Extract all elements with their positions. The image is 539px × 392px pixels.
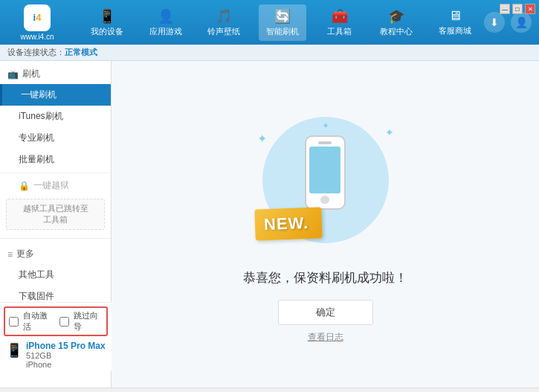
sidebar-divider-2 [0, 238, 111, 239]
sidebar-jailbreak-disabled: 🔒 一键越狱 [0, 176, 111, 196]
nav-smart-flash[interactable]: 🔄 智能刷机 [259, 4, 306, 41]
status-value: 正常模式 [65, 47, 97, 58]
tools-icon: 🧰 [332, 8, 348, 25]
service-icon: 🖥 [448, 8, 462, 24]
star-left-icon: ✦ [257, 132, 267, 146]
auto-activate-checkbox[interactable] [9, 317, 19, 327]
nav-apps[interactable]: 👤 应用游戏 [142, 4, 190, 41]
status-bar: 阻止iTunes运行 V7.98.66 客服 微信公众号 检查更新 [0, 388, 539, 392]
main-nav: 📱 我的设备 👤 应用游戏 🎵 铃声壁纸 🔄 智能刷机 🧰 工具箱 🎓 [78, 4, 484, 41]
device-phone-icon: 📱 [6, 342, 22, 359]
flash-header-label: 刷机 [22, 68, 40, 80]
device-info-row: 📱 iPhone 15 Pro Max 512GB iPhone [0, 338, 112, 371]
skip-guide-label: 跳过向导 [74, 310, 103, 332]
sidebar-notice: 越狱工具已跳转至 工具箱 [6, 199, 105, 230]
success-message: 恭喜您，保资料刷机成功啦！ [243, 269, 407, 286]
nav-ringtone[interactable]: 🎵 铃声壁纸 [200, 4, 248, 41]
star-right-icon: ✦ [385, 126, 394, 138]
close-button[interactable]: ✕ [525, 4, 535, 14]
nav-tools[interactable]: 🧰 工具箱 [317, 4, 362, 41]
more-section-header: ≡ 更多 [0, 244, 111, 264]
nav-tutorial-label: 教程中心 [380, 26, 413, 37]
star-top-icon: ✦ [322, 121, 329, 131]
phone-home [320, 196, 329, 204]
logo-subtitle: www.i4.cn [20, 33, 54, 41]
sidebar-divider-1 [0, 173, 111, 173]
notice-line2: 工具箱 [14, 214, 97, 225]
ringtone-icon: 🎵 [216, 8, 232, 25]
app-logo: i4 www.i4.cn [7, 4, 67, 41]
nav-apps-label: 应用游戏 [149, 26, 182, 37]
my-device-icon: 📱 [99, 8, 115, 25]
smart-flash-icon: 🔄 [274, 8, 291, 25]
device-storage: 512GB [26, 351, 106, 360]
download-button[interactable]: ⬇ [484, 12, 505, 33]
main-layout: 📺 刷机 一键刷机 iTunes刷机 专业刷机 批量刷机 🔒 一键越狱 越狱工具… [0, 61, 539, 388]
nav-tutorial[interactable]: 🎓 教程中心 [372, 4, 420, 41]
window-controls: — □ ✕ [500, 4, 535, 14]
view-log-link[interactable]: 查看日志 [308, 331, 343, 344]
flash-section: 📺 刷机 一键刷机 iTunes刷机 专业刷机 批量刷机 🔒 一键越狱 越狱工具… [0, 61, 111, 236]
device-name: iPhone 15 Pro Max [26, 341, 106, 351]
phone-screen [309, 147, 340, 193]
sidebar-bottom-area: 自动激活 跳过向导 📱 iPhone 15 Pro Max 512GB iPho… [0, 302, 112, 371]
skip-guide-checkbox[interactable] [59, 317, 69, 327]
sidebar-one-key-flash[interactable]: 一键刷机 [0, 84, 111, 106]
phone-illustration [305, 135, 346, 210]
top-status-bar: 设备连接状态： 正常模式 [0, 45, 539, 61]
header-actions: ⬇ 👤 [484, 12, 532, 33]
maximize-button[interactable]: □ [512, 4, 523, 14]
status-label: 设备连接状态： [7, 47, 65, 58]
tutorial-icon: 🎓 [388, 8, 404, 25]
nav-smart-flash-label: 智能刷机 [266, 26, 299, 37]
confirm-button[interactable]: 确定 [278, 300, 373, 325]
phone-body [305, 135, 346, 210]
more-header-label: 更多 [16, 248, 34, 260]
device-type: iPhone [26, 360, 106, 369]
main-content: ✦ ✦ ✦ NEW. 恭喜您，保资料刷机成功啦！ 确定 查看 [112, 61, 539, 388]
nav-tools-label: 工具箱 [327, 26, 352, 37]
sidebar: 📺 刷机 一键刷机 iTunes刷机 专业刷机 批量刷机 🔒 一键越狱 越狱工具… [0, 61, 112, 388]
nav-service-label: 客服商城 [439, 25, 471, 36]
nav-ringtone-label: 铃声壁纸 [207, 26, 240, 37]
minimize-button[interactable]: — [500, 4, 510, 14]
phone-notch [318, 141, 332, 144]
lock-icon: 🔒 [19, 181, 30, 191]
flash-header-icon: 📺 [7, 69, 19, 80]
notice-line1: 越狱工具已跳转至 [14, 203, 97, 214]
apps-icon: 👤 [158, 8, 174, 25]
new-badge: NEW. [254, 207, 323, 240]
device-details: iPhone 15 Pro Max 512GB iPhone [26, 341, 106, 369]
user-button[interactable]: 👤 [511, 12, 532, 33]
nav-my-device[interactable]: 📱 我的设备 [83, 4, 131, 41]
success-illustration: ✦ ✦ ✦ NEW. [251, 106, 400, 254]
header: i4 www.i4.cn 📱 我的设备 👤 应用游戏 🎵 铃声壁纸 🔄 智能刷机 [0, 0, 539, 45]
sidebar-pro-flash[interactable]: 专业刷机 [0, 127, 111, 149]
auto-activate-label: 自动激活 [23, 310, 52, 332]
activation-options-row: 自动激活 跳过向导 [4, 306, 108, 336]
nav-my-device-label: 我的设备 [91, 26, 123, 37]
nav-service[interactable]: 🖥 客服商城 [431, 4, 479, 40]
jailbreak-label: 一键越狱 [33, 179, 69, 192]
sidebar-itunes-flash[interactable]: iTunes刷机 [0, 106, 111, 127]
more-header-icon: ≡ [7, 249, 13, 260]
sidebar-other-tools[interactable]: 其他工具 [0, 264, 111, 286]
sidebar-batch-flash[interactable]: 批量刷机 [0, 149, 111, 170]
flash-section-header: 📺 刷机 [0, 64, 111, 84]
logo-icon: i4 [24, 4, 51, 31]
new-badge-text: NEW. [263, 213, 309, 234]
